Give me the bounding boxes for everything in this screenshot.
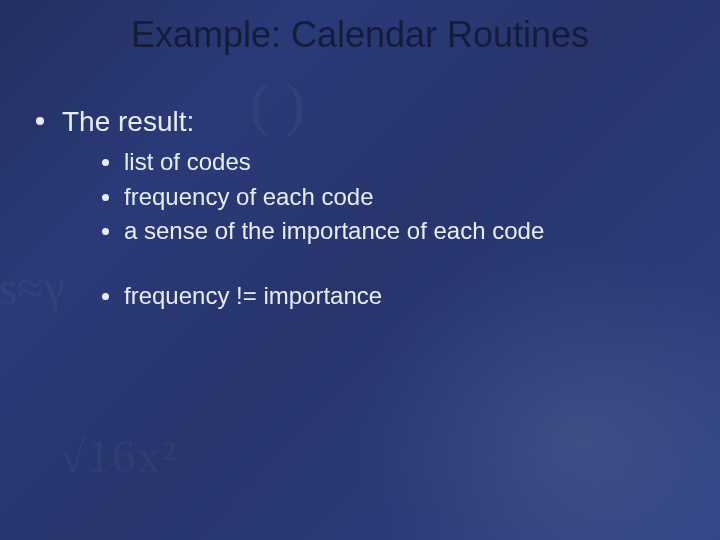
list-item: list of codes [100,147,690,178]
bullet-icon [102,159,109,166]
bullet-icon [102,293,109,300]
bullet-list-level2: list of codes frequency of each code a s… [62,147,690,247]
background-scribble: √16x² [60,430,178,483]
spacer [62,251,690,273]
list-item: The result: list of codes frequency of e… [30,104,690,312]
bullet-icon [36,117,44,125]
list-item-text: list of codes [124,148,251,175]
list-item-text: frequency != importance [124,282,382,309]
slide-title: Example: Calendar Routines [0,14,720,56]
slide-body: The result: list of codes frequency of e… [30,104,690,322]
list-item: a sense of the importance of each code [100,216,690,247]
list-item-text: a sense of the importance of each code [124,217,544,244]
list-item-text: The result: [62,106,194,137]
bullet-list-level1: The result: list of codes frequency of e… [30,104,690,312]
list-item-text: frequency of each code [124,183,374,210]
bullet-icon [102,228,109,235]
slide: ss≈γ ( ) √16x² Example: Calendar Routine… [0,0,720,540]
bullet-icon [102,194,109,201]
bullet-list-level2: frequency != importance [62,281,690,312]
list-item: frequency of each code [100,182,690,213]
list-item: frequency != importance [100,281,690,312]
